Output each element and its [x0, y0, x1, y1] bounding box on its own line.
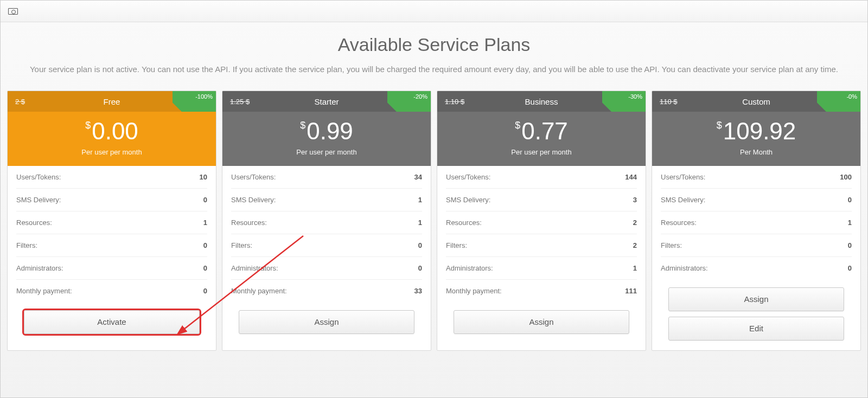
- feature-label-users: Users/Tokens:: [446, 173, 490, 181]
- feature-value: 2: [633, 219, 637, 227]
- feature-value: 0: [418, 264, 422, 272]
- plan-period-starter: Per user per month: [222, 148, 431, 156]
- plan-foot-custom: Assign Edit: [652, 280, 860, 350]
- plan-card-business: 1.10 $ Business -30% $0.77 Per user per …: [437, 91, 646, 350]
- activate-button[interactable]: Activate: [24, 310, 200, 334]
- feature-value: 0: [203, 241, 207, 249]
- feature-row: SMS Delivery:0: [661, 189, 852, 211]
- plan-foot-starter: Assign: [222, 303, 431, 344]
- feature-label-monthly: Monthly payment:: [16, 287, 72, 295]
- assign-button[interactable]: Assign: [239, 310, 414, 334]
- feature-value: 0: [203, 264, 207, 272]
- feature-label-admins: Administrators:: [446, 264, 493, 272]
- feature-row: Filters:0: [16, 234, 207, 257]
- price-value-starter: 0.99: [307, 118, 353, 144]
- feature-label-filters: Filters:: [16, 241, 37, 249]
- feature-row: Users/Tokens:100: [661, 166, 852, 189]
- plan-period-free: Per user per month: [8, 148, 216, 156]
- feature-value: 1: [203, 219, 207, 227]
- discount-value-business: -30%: [628, 93, 642, 100]
- assign-button[interactable]: Assign: [668, 287, 844, 311]
- discount-value-custom: -0%: [846, 93, 857, 100]
- currency-starter: $: [300, 120, 305, 131]
- old-price-business: 1.10 $: [445, 98, 464, 106]
- assign-button[interactable]: Assign: [454, 310, 629, 334]
- plan-card-starter: 1.25 $ Starter -20% $0.99 Per user per m…: [222, 91, 431, 350]
- discount-tag-free: -100%: [173, 91, 216, 112]
- old-price-starter: 1.25 $: [230, 98, 250, 106]
- feature-value: 3: [633, 196, 637, 204]
- discount-tag-custom: -0%: [817, 91, 860, 112]
- discount-value-starter: -20%: [413, 93, 427, 100]
- plan-price-business: $0.77: [437, 118, 646, 144]
- feature-row: Administrators:1: [446, 257, 637, 280]
- feature-value: 2: [633, 241, 637, 249]
- feature-label-resources: Resources:: [16, 219, 52, 227]
- plan-name-business: Business: [525, 97, 558, 106]
- plans-row: 2 $ Free -100% $0.00 Per user per month …: [6, 91, 862, 350]
- feature-label-filters: Filters:: [231, 241, 252, 249]
- feature-label-sms: SMS Delivery:: [446, 196, 490, 204]
- app-frame: Available Service Plans Your service pla…: [0, 0, 868, 398]
- feature-row: SMS Delivery:3: [446, 189, 637, 211]
- page-title: Available Service Plans: [6, 34, 862, 55]
- currency-custom: $: [717, 120, 722, 131]
- feature-value: 0: [848, 196, 852, 204]
- plan-name-starter: Starter: [314, 97, 339, 106]
- feature-row: Administrators:0: [231, 257, 422, 280]
- feature-value: 34: [414, 173, 422, 181]
- money-icon: [8, 8, 18, 15]
- plan-price-block-custom: $109.92 Per Month: [652, 112, 860, 165]
- feature-row: Monthly payment:111: [446, 280, 637, 303]
- feature-label-users: Users/Tokens:: [231, 173, 276, 181]
- feature-row: Resources:1: [231, 211, 422, 234]
- feature-label-admins: Administrators:: [231, 264, 278, 272]
- price-value-business: 0.77: [521, 118, 568, 144]
- old-price-custom: 110 $: [660, 98, 678, 106]
- page-content: Available Service Plans Your service pla…: [1, 22, 867, 356]
- feature-value: 0: [418, 241, 422, 249]
- price-value-custom: 109.92: [723, 118, 796, 144]
- plan-body-custom: Users/Tokens:100 SMS Delivery:0 Resource…: [652, 166, 860, 280]
- plan-namebar-starter: 1.25 $ Starter -20%: [222, 91, 431, 112]
- feature-row: Administrators:0: [661, 257, 852, 280]
- plan-card-custom: 110 $ Custom -0% $109.92 Per Month Users…: [652, 91, 861, 350]
- feature-row: Resources:1: [16, 211, 207, 234]
- feature-label-users: Users/Tokens:: [16, 173, 61, 181]
- discount-value-free: -100%: [195, 93, 213, 100]
- edit-button[interactable]: Edit: [668, 317, 844, 341]
- feature-row: SMS Delivery:0: [16, 189, 207, 211]
- plan-head-free: 2 $ Free -100% $0.00 Per user per month: [8, 91, 216, 165]
- feature-value: 0: [203, 287, 207, 295]
- feature-row: Monthly payment:33: [231, 280, 422, 303]
- plan-name-free: Free: [104, 97, 120, 106]
- discount-tag-starter: -20%: [387, 91, 431, 112]
- feature-label-resources: Resources:: [446, 219, 482, 227]
- feature-row: Filters:0: [661, 234, 852, 257]
- feature-label-admins: Administrators:: [661, 264, 708, 272]
- currency-business: $: [515, 120, 520, 131]
- feature-label-sms: SMS Delivery:: [16, 196, 61, 204]
- plan-body-starter: Users/Tokens:34 SMS Delivery:1 Resources…: [222, 166, 431, 303]
- feature-row: Resources:2: [446, 211, 637, 234]
- old-price-free: 2 $: [15, 98, 25, 106]
- feature-value: 1: [633, 264, 637, 272]
- feature-label-users: Users/Tokens:: [661, 173, 705, 181]
- toolbar: [1, 1, 867, 22]
- plan-foot-free: Activate: [8, 303, 216, 344]
- feature-row: Users/Tokens:34: [231, 166, 422, 189]
- plan-namebar-free: 2 $ Free -100%: [8, 91, 216, 112]
- plan-foot-business: Assign: [437, 303, 646, 344]
- feature-row: Users/Tokens:10: [16, 166, 207, 189]
- feature-row: SMS Delivery:1: [231, 189, 422, 211]
- feature-label-monthly: Monthly payment:: [231, 287, 287, 295]
- feature-label-filters: Filters:: [446, 241, 467, 249]
- feature-value: 1: [848, 219, 852, 227]
- feature-label-resources: Resources:: [231, 219, 267, 227]
- feature-value: 0: [848, 241, 852, 249]
- feature-value: 144: [625, 173, 637, 181]
- plan-name-custom: Custom: [742, 97, 770, 106]
- feature-label-sms: SMS Delivery:: [661, 196, 705, 204]
- plan-price-starter: $0.99: [222, 118, 431, 144]
- page-description: Your service plan is not active. You can…: [11, 63, 857, 75]
